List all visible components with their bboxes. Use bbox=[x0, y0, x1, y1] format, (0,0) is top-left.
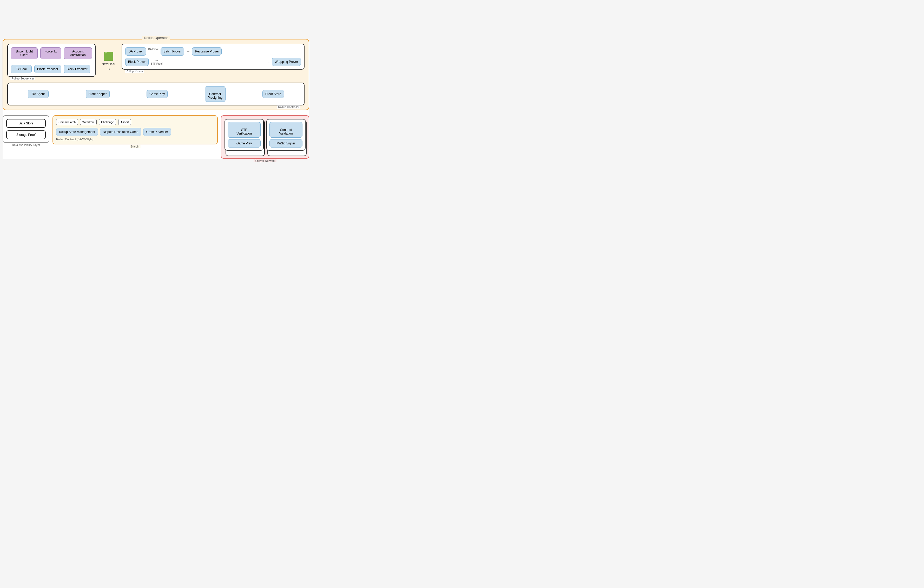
vigilante-items: STF Verification Game Play bbox=[228, 122, 261, 148]
bitcoin-bottom-row: Rollup State Management Dispute Resoluti… bbox=[56, 128, 214, 136]
block-executor-box: Block Executor bbox=[64, 65, 90, 73]
bitlayer-label: Bitlayer Network bbox=[254, 159, 277, 162]
recursive-down-arrow: ↓ bbox=[268, 60, 270, 64]
batch-prover-box: Batch Prover bbox=[160, 47, 184, 56]
signer-items: Contract Validation MuSig Signer bbox=[269, 122, 302, 148]
block-prover-box: Block Prover bbox=[125, 58, 148, 66]
cube-icon: 🟩 bbox=[104, 51, 114, 61]
challenge-box: Challenge bbox=[99, 119, 116, 125]
dispute-resolution-box: Dispute Resolution Game bbox=[100, 128, 141, 136]
musig-signer-box: MuSig Signer bbox=[269, 139, 302, 148]
game-play-ctrl-box: Game Play bbox=[147, 90, 168, 98]
bitlayer-network-section: STF Verification Game Play Vigilante Nod… bbox=[221, 115, 309, 159]
bitcoin-top-row: CommitBatch Withdraw Challenge Assert bbox=[56, 119, 214, 125]
da-agent-box: DA Agent bbox=[28, 90, 49, 98]
groth16-verifier-box: Groth16 Verifier bbox=[143, 128, 171, 136]
rollup-controller-box: DA Agent State Keeper Game Play Contract… bbox=[7, 82, 305, 105]
assert-box: Assert bbox=[118, 119, 131, 125]
rollup-controller-wrapper: DA Agent State Keeper Game Play Contract… bbox=[7, 82, 305, 105]
rollup-prover-box: DA Prover DA Proof → Batch Prover → Recu… bbox=[122, 44, 305, 69]
new-block-area: 🟩 New Block → bbox=[100, 51, 117, 72]
da-items-list: Data Store Storage Proof bbox=[6, 119, 46, 139]
bottom-row: Data Store Storage Proof Data Availabili… bbox=[3, 115, 309, 159]
vigilante-node-wrapper: STF Verification Game Play Vigilante Nod… bbox=[224, 119, 264, 155]
top-row: Bitcoin Light Client Force Tx Account Ab… bbox=[7, 44, 305, 77]
da-layer-label: Data Availability Layer bbox=[11, 143, 41, 147]
rollup-prover-label: Rollup Prover bbox=[125, 69, 144, 73]
controller-row: DA Agent State Keeper Game Play Contract… bbox=[12, 86, 300, 102]
wrapping-prover-box: Wrapping Prover bbox=[272, 58, 301, 66]
contract-validation-box: Contract Validation bbox=[269, 122, 302, 138]
vigilante-node-box: STF Verification Game Play bbox=[224, 119, 264, 151]
sequencer-top-row: Bitcoin Light Client Force Tx Account Ab… bbox=[11, 47, 92, 63]
rollup-controller-label: Rollup Controller bbox=[277, 105, 300, 109]
prover-row2: Block Prover → STF Proof ↓ Wrapping Prov… bbox=[125, 58, 301, 66]
rollup-sequencer-box: Bitcoin Light Client Force Tx Account Ab… bbox=[7, 44, 96, 77]
new-block-label: New Block bbox=[102, 63, 116, 66]
withdraw-box: Withdraw bbox=[80, 119, 97, 125]
bitcoin-section: CommitBatch Withdraw Challenge Assert Ro… bbox=[53, 115, 218, 144]
tx-pool-box: Tx Pool bbox=[11, 65, 32, 73]
da-layer-section: Data Store Storage Proof Data Availabili… bbox=[3, 115, 50, 143]
new-block-arrow: → bbox=[106, 66, 111, 72]
rollup-operator-label: Rollup Operator bbox=[142, 36, 170, 40]
prover-row1: DA Prover DA Proof → Batch Prover → Recu… bbox=[125, 47, 301, 56]
bitlayer-inner: STF Verification Game Play Vigilante Nod… bbox=[224, 119, 305, 155]
stf-proof-arrow: → STF Proof bbox=[151, 58, 163, 65]
data-store-box: Data Store bbox=[6, 119, 46, 128]
storage-proof-box: Storage Proof bbox=[6, 130, 46, 139]
state-keeper-box: State Keeper bbox=[86, 90, 110, 98]
rollup-operator-section: Rollup Operator Bitcoin Light Client For… bbox=[3, 39, 309, 110]
recursive-prover-box: Recursive Prover bbox=[192, 47, 222, 56]
sequencer-bottom-row: Tx Pool Block Proposer Block Executor bbox=[11, 65, 92, 73]
proof-store-box: Proof Store bbox=[262, 90, 284, 98]
bitcoin-sublabel: Rollup Contract (BitVM-Style) bbox=[56, 138, 214, 141]
block-proposer-box: Block Proposer bbox=[34, 65, 61, 73]
diagram-root: Rollup Operator Bitcoin Light Client For… bbox=[3, 39, 309, 159]
rollup-sequencer-label: Rollup Sequencer bbox=[10, 77, 35, 80]
da-prover-box: DA Prover bbox=[125, 47, 146, 56]
contract-presigning-box: Contract Presigning bbox=[205, 86, 226, 102]
rollup-state-mgmt-box: Rollup State Management bbox=[56, 128, 98, 136]
stf-verification-box: STF Verification bbox=[228, 122, 261, 138]
bitcoin-label: Bitcoin bbox=[130, 145, 140, 148]
contract-signer-box: Contract Validation MuSig Signer bbox=[266, 119, 305, 151]
game-play-vig-box: Game Play bbox=[228, 139, 261, 148]
commit-batch-box: CommitBatch bbox=[56, 119, 78, 125]
contract-signer-wrapper: Contract Validation MuSig Signer Contrac… bbox=[266, 119, 305, 155]
force-tx-box: Force Tx bbox=[40, 47, 61, 59]
da-proof-arrow: DA Proof → bbox=[148, 48, 158, 55]
batch-to-recursive-arrow: → bbox=[186, 49, 190, 53]
account-abstraction-box: Account Abstraction bbox=[64, 47, 92, 59]
bitcoin-light-client-box: Bitcoin Light Client bbox=[11, 47, 38, 59]
